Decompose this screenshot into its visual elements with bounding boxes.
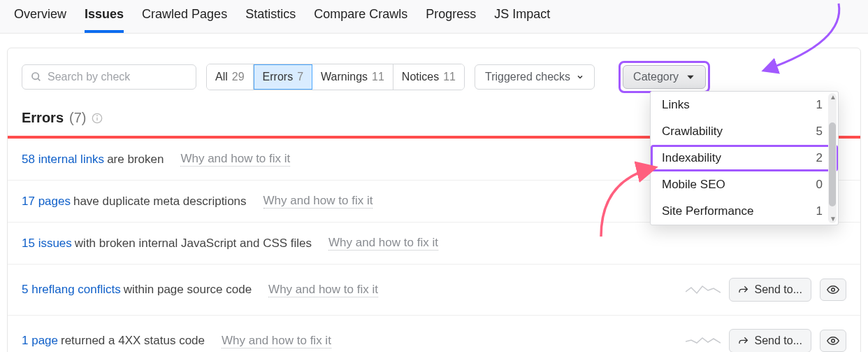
search-input[interactable]: [48, 71, 187, 83]
issue-text: are broken: [107, 153, 164, 167]
chevron-down-icon: [686, 72, 695, 82]
sparkline-icon: [686, 283, 721, 296]
category-popup: Links 1 Crawlability 5 Indexability 2 Mo…: [650, 91, 839, 225]
send-to-button[interactable]: Send to...: [729, 278, 812, 302]
issue-fix-link[interactable]: Why and how to fix it: [263, 194, 373, 209]
sparkline-icon: [686, 335, 721, 347]
category-count: 1: [816, 204, 823, 218]
dropdown-label: Triggered checks: [485, 71, 570, 83]
dropdown-label: Category: [633, 71, 679, 83]
issue-text: within page source code: [124, 283, 252, 297]
send-to-button[interactable]: Send to...: [729, 329, 812, 352]
eye-icon: [827, 335, 839, 347]
category-count: 0: [816, 178, 823, 192]
section-title: Errors: [22, 110, 64, 126]
tab-js-impact[interactable]: JS Impact: [494, 7, 550, 33]
issue-link[interactable]: 17 pages: [22, 195, 71, 209]
filter-segment: All 29 Errors 7 Warnings 11 Notices 11: [206, 64, 465, 90]
category-item-links[interactable]: Links 1: [651, 92, 838, 118]
scroll-up-arrow[interactable]: ▲: [830, 93, 835, 101]
chevron-down-icon: [576, 73, 584, 81]
category-highlight-box: Category: [619, 61, 710, 93]
issue-fix-link[interactable]: Why and how to fix it: [268, 283, 378, 297]
button-label: Send to...: [755, 335, 803, 347]
filter-label: Errors: [263, 71, 294, 83]
filter-notices[interactable]: Notices 11: [393, 64, 464, 90]
category-item-mobile-seo[interactable]: Mobile SEO 0: [651, 171, 838, 198]
category-count: 5: [816, 125, 823, 139]
category-dropdown[interactable]: Category: [623, 65, 706, 89]
category-label: Crawlability: [662, 125, 723, 139]
tab-overview[interactable]: Overview: [14, 7, 66, 33]
issue-link[interactable]: 58 internal links: [22, 153, 104, 167]
triggered-checks-dropdown[interactable]: Triggered checks: [475, 64, 595, 90]
issue-row: 1 page returned a 4XX status code Why an…: [8, 316, 860, 352]
category-label: Indexability: [662, 151, 721, 165]
category-label: Mobile SEO: [662, 178, 725, 192]
category-item-crawlability[interactable]: Crawlability 5: [651, 118, 838, 145]
share-arrow-icon: [738, 284, 749, 295]
svg-point-7: [832, 339, 835, 343]
filter-label: All: [215, 71, 228, 83]
share-arrow-icon: [738, 335, 749, 346]
info-icon[interactable]: [92, 113, 103, 124]
svg-point-6: [832, 288, 835, 292]
issue-link[interactable]: 5 hreflang conflicts: [22, 283, 121, 297]
issue-row: 5 hreflang conflicts within page source …: [8, 265, 860, 316]
filter-count: 11: [372, 71, 384, 83]
svg-point-0: [32, 73, 38, 79]
category-item-site-performance[interactable]: Site Performance 1: [651, 198, 838, 225]
tab-statistics[interactable]: Statistics: [245, 7, 296, 33]
category-count: 2: [816, 151, 823, 165]
row-actions: Send to...: [686, 329, 847, 352]
svg-marker-2: [687, 76, 693, 79]
toolbar: All 29 Errors 7 Warnings 11 Notices 11 T…: [8, 61, 860, 93]
category-item-indexability[interactable]: Indexability 2: [651, 145, 838, 171]
category-label: Links: [662, 98, 690, 112]
search-icon: [31, 71, 42, 83]
issue-row: 15 issues with broken internal JavaScrip…: [8, 223, 860, 265]
issue-link[interactable]: 15 issues: [22, 237, 72, 251]
section-count: (7): [69, 110, 86, 126]
button-label: Send to...: [755, 283, 803, 296]
issue-text: have duplicate meta descriptions: [73, 195, 247, 209]
filter-count: 11: [443, 71, 456, 83]
filter-label: Warnings: [321, 71, 368, 83]
nav-tabs: Overview Issues Crawled Pages Statistics…: [0, 0, 868, 34]
scroll-thumb[interactable]: [829, 122, 836, 206]
popup-scrollbar[interactable]: ▲ ▼: [828, 93, 837, 223]
filter-count: 29: [232, 71, 245, 83]
tab-crawled-pages[interactable]: Crawled Pages: [142, 7, 227, 33]
row-actions: Send to...: [686, 278, 847, 302]
svg-line-1: [38, 78, 40, 80]
filter-all[interactable]: All 29: [207, 64, 254, 90]
filter-warnings[interactable]: Warnings 11: [312, 64, 393, 90]
hide-button[interactable]: [820, 279, 846, 301]
eye-icon: [827, 283, 839, 296]
category-label: Site Performance: [662, 204, 753, 218]
issue-text: returned a 4XX status code: [61, 334, 205, 348]
issue-fix-link[interactable]: Why and how to fix it: [328, 236, 438, 251]
issue-link[interactable]: 1 page: [22, 334, 58, 348]
hide-button[interactable]: [820, 330, 846, 352]
filter-errors[interactable]: Errors 7: [254, 64, 312, 90]
issue-text: with broken internal JavaScript and CSS …: [75, 237, 312, 251]
tab-issues[interactable]: Issues: [85, 7, 124, 33]
filter-count: 7: [297, 71, 303, 83]
issue-fix-link[interactable]: Why and how to fix it: [222, 334, 331, 349]
scroll-down-arrow[interactable]: ▼: [830, 215, 835, 223]
tab-progress[interactable]: Progress: [426, 7, 476, 33]
tab-compare-crawls[interactable]: Compare Crawls: [314, 7, 407, 33]
filter-label: Notices: [402, 71, 439, 83]
svg-point-5: [97, 115, 98, 116]
issue-fix-link[interactable]: Why and how to fix it: [180, 152, 290, 167]
category-count: 1: [816, 98, 823, 112]
search-box[interactable]: [22, 64, 196, 90]
